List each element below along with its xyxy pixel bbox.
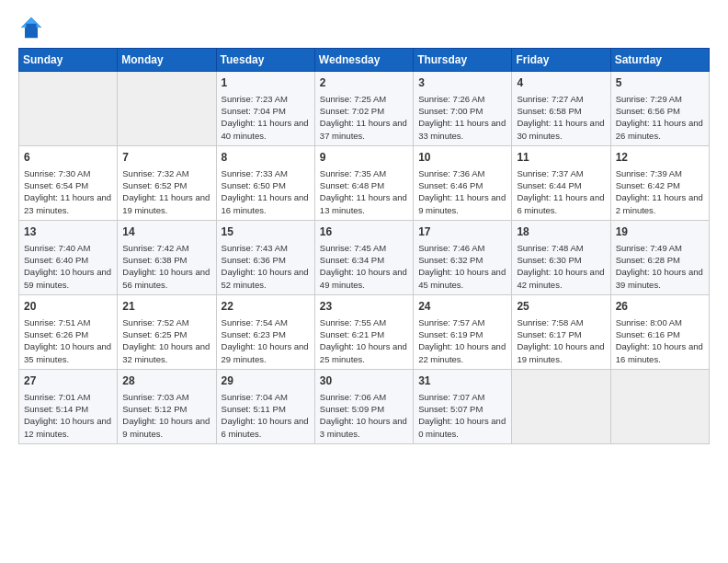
- calendar-week-row: 13Sunrise: 7:40 AM Sunset: 6:40 PM Dayli…: [19, 220, 710, 294]
- day-content: Sunrise: 7:32 AM Sunset: 6:52 PM Dayligh…: [122, 167, 210, 216]
- day-number: 21: [122, 299, 210, 315]
- day-content: Sunrise: 7:33 AM Sunset: 6:50 PM Dayligh…: [222, 167, 310, 216]
- day-content: Sunrise: 7:07 AM Sunset: 5:07 PM Dayligh…: [418, 391, 506, 440]
- day-content: Sunrise: 7:04 AM Sunset: 5:11 PM Dayligh…: [222, 391, 310, 440]
- day-content: Sunrise: 7:01 AM Sunset: 5:14 PM Dayligh…: [24, 391, 112, 440]
- calendar-cell: 6Sunrise: 7:30 AM Sunset: 6:54 PM Daylig…: [19, 145, 118, 220]
- day-content: Sunrise: 7:39 AM Sunset: 6:42 PM Dayligh…: [616, 167, 704, 216]
- day-number: 29: [222, 373, 310, 389]
- calendar-cell: 9Sunrise: 7:35 AM Sunset: 6:48 PM Daylig…: [314, 145, 413, 220]
- calendar-cell: 11Sunrise: 7:37 AM Sunset: 6:44 PM Dayli…: [512, 145, 610, 220]
- day-number: 31: [418, 373, 506, 389]
- calendar-cell: 3Sunrise: 7:26 AM Sunset: 7:00 PM Daylig…: [414, 72, 512, 146]
- day-content: Sunrise: 7:29 AM Sunset: 6:56 PM Dayligh…: [616, 93, 704, 142]
- day-number: 5: [616, 75, 704, 91]
- day-number: 10: [418, 150, 506, 166]
- calendar-header-row: SundayMondayTuesdayWednesdayThursdayFrid…: [19, 49, 710, 72]
- day-content: Sunrise: 7:36 AM Sunset: 6:46 PM Dayligh…: [418, 167, 506, 216]
- calendar-cell: 20Sunrise: 7:51 AM Sunset: 6:26 PM Dayli…: [19, 294, 118, 369]
- calendar-cell: 24Sunrise: 7:57 AM Sunset: 6:19 PM Dayli…: [414, 294, 512, 369]
- day-content: Sunrise: 7:58 AM Sunset: 6:17 PM Dayligh…: [517, 316, 605, 365]
- day-number: 14: [122, 224, 210, 240]
- day-number: 19: [616, 224, 704, 240]
- calendar-day-header: Tuesday: [216, 49, 314, 72]
- page: SundayMondayTuesdayWednesdayThursdayFrid…: [0, 0, 728, 563]
- day-content: Sunrise: 7:23 AM Sunset: 7:04 PM Dayligh…: [222, 93, 310, 142]
- calendar-cell: 7Sunrise: 7:32 AM Sunset: 6:52 PM Daylig…: [118, 145, 216, 220]
- day-content: Sunrise: 7:48 AM Sunset: 6:30 PM Dayligh…: [517, 242, 605, 291]
- day-number: 6: [24, 150, 112, 166]
- day-content: Sunrise: 7:30 AM Sunset: 6:54 PM Dayligh…: [24, 167, 112, 216]
- day-number: 25: [517, 299, 605, 315]
- calendar-cell: 10Sunrise: 7:36 AM Sunset: 6:46 PM Dayli…: [414, 145, 512, 220]
- day-number: 2: [320, 75, 408, 91]
- calendar-cell: 23Sunrise: 7:55 AM Sunset: 6:21 PM Dayli…: [314, 294, 413, 369]
- day-content: Sunrise: 7:43 AM Sunset: 6:36 PM Dayligh…: [222, 242, 310, 291]
- day-number: 30: [320, 373, 408, 389]
- calendar-cell: 27Sunrise: 7:01 AM Sunset: 5:14 PM Dayli…: [19, 369, 118, 443]
- day-number: 18: [517, 224, 605, 240]
- day-content: Sunrise: 7:06 AM Sunset: 5:09 PM Dayligh…: [320, 391, 408, 440]
- day-content: Sunrise: 7:49 AM Sunset: 6:28 PM Dayligh…: [616, 242, 704, 291]
- calendar-cell: [610, 369, 709, 443]
- calendar-day-header: Thursday: [414, 49, 512, 72]
- calendar-day-header: Monday: [118, 49, 216, 72]
- day-content: Sunrise: 7:52 AM Sunset: 6:25 PM Dayligh…: [122, 316, 210, 365]
- day-content: Sunrise: 7:35 AM Sunset: 6:48 PM Dayligh…: [320, 167, 408, 216]
- calendar-cell: 8Sunrise: 7:33 AM Sunset: 6:50 PM Daylig…: [216, 145, 314, 220]
- day-number: 7: [122, 150, 210, 166]
- day-content: Sunrise: 7:27 AM Sunset: 6:58 PM Dayligh…: [517, 93, 605, 142]
- calendar-day-header: Sunday: [19, 49, 118, 72]
- calendar-cell: 4Sunrise: 7:27 AM Sunset: 6:58 PM Daylig…: [512, 72, 610, 146]
- calendar-table: SundayMondayTuesdayWednesdayThursdayFrid…: [18, 48, 710, 444]
- calendar-cell: [512, 369, 610, 443]
- calendar-cell: 30Sunrise: 7:06 AM Sunset: 5:09 PM Dayli…: [314, 369, 413, 443]
- calendar-cell: 31Sunrise: 7:07 AM Sunset: 5:07 PM Dayli…: [414, 369, 512, 443]
- day-number: 27: [24, 373, 112, 389]
- day-content: Sunrise: 7:25 AM Sunset: 7:02 PM Dayligh…: [320, 93, 408, 142]
- calendar-cell: 26Sunrise: 8:00 AM Sunset: 6:16 PM Dayli…: [610, 294, 709, 369]
- calendar-day-header: Saturday: [610, 49, 709, 72]
- day-number: 20: [24, 299, 112, 315]
- calendar-cell: 21Sunrise: 7:52 AM Sunset: 6:25 PM Dayli…: [118, 294, 216, 369]
- day-number: 24: [418, 299, 506, 315]
- calendar-day-header: Friday: [512, 49, 610, 72]
- day-number: 28: [122, 373, 210, 389]
- calendar-cell: 25Sunrise: 7:58 AM Sunset: 6:17 PM Dayli…: [512, 294, 610, 369]
- calendar-cell: 19Sunrise: 7:49 AM Sunset: 6:28 PM Dayli…: [610, 220, 709, 294]
- day-content: Sunrise: 7:45 AM Sunset: 6:34 PM Dayligh…: [320, 242, 408, 291]
- calendar-cell: 1Sunrise: 7:23 AM Sunset: 7:04 PM Daylig…: [216, 72, 314, 146]
- day-content: Sunrise: 7:03 AM Sunset: 5:12 PM Dayligh…: [122, 391, 210, 440]
- day-content: Sunrise: 7:54 AM Sunset: 6:23 PM Dayligh…: [222, 316, 310, 365]
- calendar-day-header: Wednesday: [314, 49, 413, 72]
- calendar-cell: 14Sunrise: 7:42 AM Sunset: 6:38 PM Dayli…: [118, 220, 216, 294]
- calendar-cell: 2Sunrise: 7:25 AM Sunset: 7:02 PM Daylig…: [314, 72, 413, 146]
- day-content: Sunrise: 7:55 AM Sunset: 6:21 PM Dayligh…: [320, 316, 408, 365]
- calendar-cell: 16Sunrise: 7:45 AM Sunset: 6:34 PM Dayli…: [314, 220, 413, 294]
- day-content: Sunrise: 7:40 AM Sunset: 6:40 PM Dayligh…: [24, 242, 112, 291]
- day-content: Sunrise: 7:26 AM Sunset: 7:00 PM Dayligh…: [418, 93, 506, 142]
- calendar-week-row: 6Sunrise: 7:30 AM Sunset: 6:54 PM Daylig…: [19, 145, 710, 220]
- calendar-cell: 12Sunrise: 7:39 AM Sunset: 6:42 PM Dayli…: [610, 145, 709, 220]
- day-number: 13: [24, 224, 112, 240]
- day-number: 3: [418, 75, 506, 91]
- day-number: 15: [222, 224, 310, 240]
- calendar-cell: 29Sunrise: 7:04 AM Sunset: 5:11 PM Dayli…: [216, 369, 314, 443]
- logo-icon: [18, 15, 44, 40]
- day-number: 1: [222, 75, 310, 91]
- calendar-week-row: 1Sunrise: 7:23 AM Sunset: 7:04 PM Daylig…: [19, 72, 710, 146]
- day-content: Sunrise: 7:42 AM Sunset: 6:38 PM Dayligh…: [122, 242, 210, 291]
- day-number: 16: [320, 224, 408, 240]
- calendar-cell: [118, 72, 216, 146]
- logo: [18, 15, 48, 40]
- calendar-cell: 22Sunrise: 7:54 AM Sunset: 6:23 PM Dayli…: [216, 294, 314, 369]
- day-content: Sunrise: 7:57 AM Sunset: 6:19 PM Dayligh…: [418, 316, 506, 365]
- day-content: Sunrise: 7:37 AM Sunset: 6:44 PM Dayligh…: [517, 167, 605, 216]
- calendar-cell: 28Sunrise: 7:03 AM Sunset: 5:12 PM Dayli…: [118, 369, 216, 443]
- day-number: 12: [616, 150, 704, 166]
- day-number: 8: [222, 150, 310, 166]
- day-number: 11: [517, 150, 605, 166]
- day-number: 4: [517, 75, 605, 91]
- day-content: Sunrise: 7:51 AM Sunset: 6:26 PM Dayligh…: [24, 316, 112, 365]
- day-number: 17: [418, 224, 506, 240]
